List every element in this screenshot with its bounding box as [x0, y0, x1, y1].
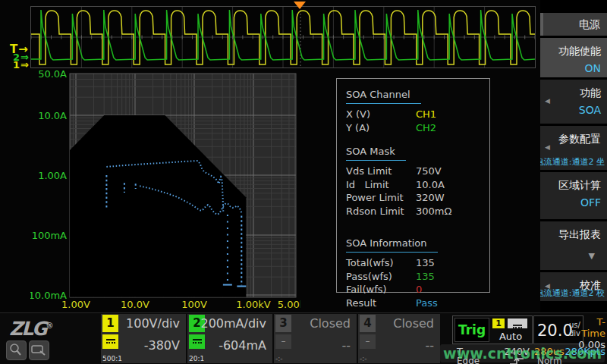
mask-row-rdson: Rdson Limit 300mΩ [346, 205, 489, 218]
ch2-offset: -604mA [219, 338, 266, 353]
svg-text:1.00A: 1.00A [38, 170, 67, 181]
channel2-block[interactable]: 2 20:1 200mA/div -604mA [187, 314, 272, 363]
menu-sidebar: 电源 功能使能 ON ◀ 功能 SOA ◀ 参数配置 电流通道:通道2 坐 区域… [540, 0, 607, 364]
sidebar-item-area-calc[interactable]: 区域计算 OFF [540, 172, 607, 219]
ch1-number-badge: 1 [102, 315, 118, 332]
sidebar-item-param-config[interactable]: ◀ 参数配置 电流通道:通道2 坐 [540, 126, 607, 170]
area-calc-value: OFF [580, 196, 601, 209]
sidebar-item-calibration[interactable]: ◀ 校准 电流通道:通道2 校 [540, 272, 607, 301]
ch1-offset: -380V [144, 338, 180, 353]
calibration-subtext: 电流通道:通道2 校 [540, 287, 605, 299]
channel3-block[interactable]: 3 – -:- Closed -- [274, 314, 357, 363]
trigger-mode: Auto [492, 331, 529, 342]
ch3-offset: -- [341, 338, 351, 353]
soa-channel-header: SOA Channel [346, 87, 421, 104]
info-row-result: Result Pass [346, 297, 489, 310]
timebase-value: 20.0 [537, 322, 573, 340]
channel1-block[interactable]: 1 500:1 100V/div -380V [101, 314, 186, 363]
touch-icon[interactable] [6, 340, 27, 360]
drag-gesture-icon[interactable] [29, 340, 49, 360]
sidebar-item-function-enable[interactable]: 功能使能 ON [540, 38, 607, 77]
mask-row-vds: Vds Limit 750V [346, 165, 489, 178]
ch2-dc-coupling-icon [189, 334, 205, 349]
ch1-dc-coupling-icon [102, 334, 118, 349]
param-config-subtext: 电流通道:通道2 坐 [540, 156, 605, 168]
ch4-offset: -- [425, 338, 434, 353]
soa-plot: 50.0A10.0A1.00A100mA10.0mA1.00V10.0V100V… [30, 68, 300, 311]
ch1-level-marker[interactable]: 1⇒ [13, 61, 29, 69]
soa-y-row: Y (A) CH2 [346, 121, 489, 135]
svg-text:1.00kV: 1.00kV [236, 299, 270, 310]
svg-text:10.0V: 10.0V [121, 299, 149, 310]
t-time-label: T-Time [574, 316, 605, 339]
ch4-number-badge: 4 [360, 315, 376, 332]
soa-x-row: X (V) CH1 [346, 108, 489, 121]
svg-text:100mA: 100mA [32, 230, 67, 241]
ch4-state: Closed [393, 316, 434, 331]
channel4-block[interactable]: 4 – -:- Closed -- [358, 314, 440, 363]
mask-row-id: Id Limit 10.0A [346, 178, 489, 192]
ch3-number-badge: 3 [275, 315, 291, 332]
ch1-arrow-icon: ⇒ [20, 59, 29, 71]
function-value: SOA [579, 104, 601, 116]
sidebar-item-power[interactable]: 电源 [540, 13, 607, 36]
sidebar-item-export-report[interactable]: 导出报表 ▼ [540, 221, 607, 270]
ch2-scale: 200mA/div [200, 316, 266, 331]
oscilloscope-screen: T→ 2⇒ 1⇒ 50.0A10.0A1.00A100mA10.0mA1.00V… [0, 0, 607, 364]
trigger-label: Trig [454, 318, 489, 342]
trigger-position-icon[interactable] [294, 2, 306, 9]
ch2-probe-ratio: 20:1 [189, 355, 204, 362]
soa-info-panel: SOA Channel X (V) CH1 Y (A) CH2 SOA Mask… [336, 78, 490, 293]
soa-y-channel: CH2 [416, 121, 436, 135]
mask-row-power: Power Limit 320W [346, 191, 489, 205]
sidebar-item-function[interactable]: ◀ 功能 SOA [540, 80, 607, 124]
function-enable-value: ON [585, 62, 602, 74]
watermark: www.cntronics.com [440, 344, 605, 362]
trigger-source-badge: 1 [492, 318, 505, 328]
info-row-pass: Pass(wfs) 135 [346, 270, 489, 284]
ch4-coupling-badge: – [360, 334, 376, 349]
dropdown-arrow-icon: ▼ [589, 251, 595, 261]
trigger-block[interactable]: Trig 1 Auto [452, 315, 533, 344]
info-row-fail: Fail(wfs) 0 [346, 283, 489, 297]
svg-text:100V: 100V [181, 299, 207, 310]
ch3-state: Closed [310, 316, 351, 331]
trigger-coupling-icon [508, 318, 527, 328]
svg-text:5.00kV: 5.00kV [278, 299, 300, 310]
ch1-probe-ratio: 500:1 [102, 355, 122, 362]
ch4-probe-ratio: -:- [360, 355, 367, 362]
ch3-coupling-badge: – [275, 334, 291, 349]
svg-text:1.00V: 1.00V [61, 299, 90, 310]
ch1-scale: 100V/div [126, 316, 180, 331]
svg-text:50.0A: 50.0A [38, 68, 67, 80]
collapse-left-icon: ◀ [545, 143, 550, 151]
info-row-total: Total(wfs) 135 [346, 256, 489, 270]
soa-x-channel: CH1 [416, 108, 436, 121]
soa-information-header: SOA Information [346, 236, 438, 253]
ch3-probe-ratio: -:- [275, 355, 283, 362]
svg-text:10.0A: 10.0A [38, 110, 67, 121]
waveform-overview [30, 6, 536, 68]
collapse-left-icon: ◀ [545, 97, 550, 105]
ch1-marker-label: 1 [13, 59, 20, 71]
zlg-logo: ZLG® [9, 318, 54, 340]
soa-mask-header: SOA Mask [346, 144, 406, 161]
